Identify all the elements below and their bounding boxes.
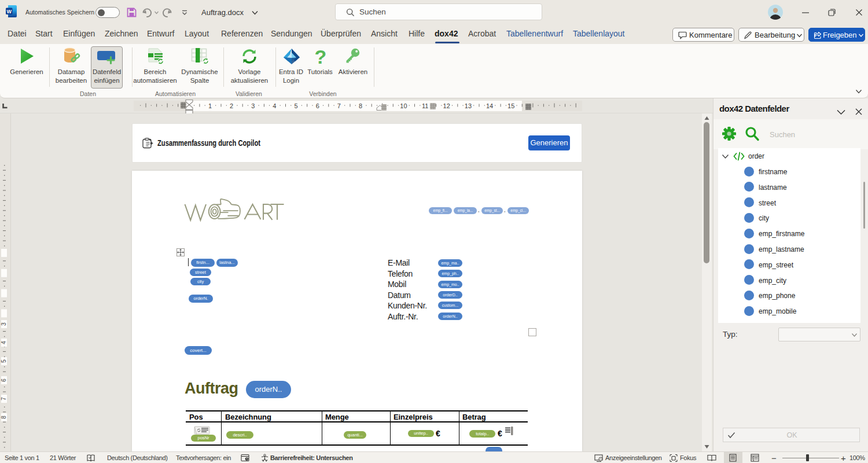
- svg-text:15: 15: [507, 102, 514, 109]
- svg-text:W: W: [7, 9, 12, 14]
- svg-text:4: 4: [273, 102, 276, 109]
- svg-text:11: 11: [422, 102, 428, 109]
- svg-text:14: 14: [486, 102, 493, 109]
- svg-text:7: 7: [1, 397, 7, 400]
- svg-text:5: 5: [295, 102, 298, 109]
- svg-text:6: 6: [316, 102, 319, 109]
- svg-text:13: 13: [465, 102, 472, 109]
- svg-text:3: 3: [1, 322, 7, 326]
- svg-text:3: 3: [251, 102, 255, 109]
- svg-text:4: 4: [1, 341, 7, 344]
- svg-text:2: 2: [230, 102, 233, 109]
- svg-text:6: 6: [1, 379, 7, 382]
- svg-text:1: 1: [208, 102, 212, 109]
- svg-text:8: 8: [359, 102, 362, 109]
- svg-text:5: 5: [1, 359, 7, 363]
- svg-text:12: 12: [443, 102, 450, 109]
- svg-text:10: 10: [400, 102, 407, 109]
- svg-text:7: 7: [337, 102, 341, 109]
- svg-text:8: 8: [1, 416, 7, 419]
